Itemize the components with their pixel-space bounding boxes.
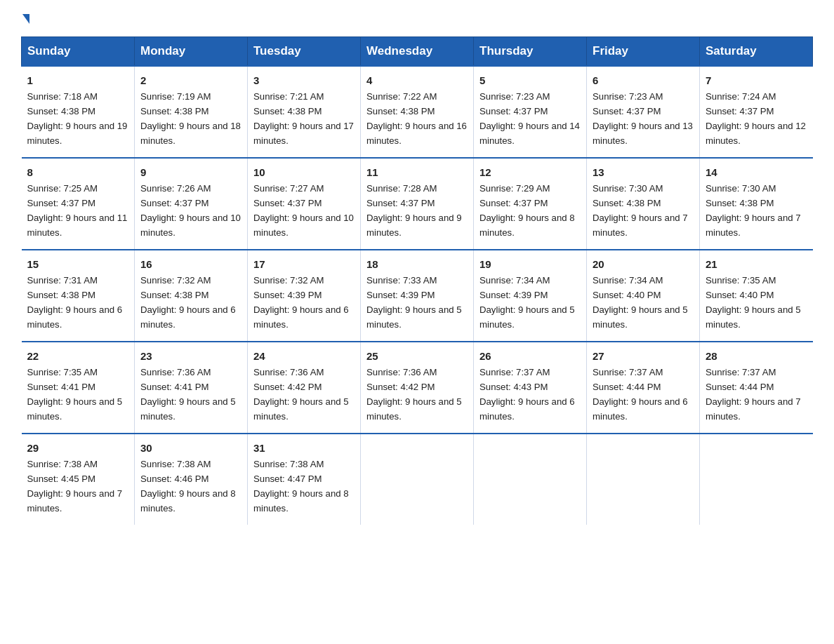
day-info: Sunrise: 7:31 AMSunset: 4:38 PMDaylight:… (27, 275, 123, 330)
day-info: Sunrise: 7:19 AMSunset: 4:38 PMDaylight:… (140, 91, 241, 146)
page-header (21, 14, 813, 24)
day-info: Sunrise: 7:37 AMSunset: 4:44 PMDaylight:… (706, 367, 801, 422)
calendar-body: 1Sunrise: 7:18 AMSunset: 4:38 PMDaylight… (22, 66, 813, 525)
day-info: Sunrise: 7:23 AMSunset: 4:37 PMDaylight:… (479, 91, 580, 146)
calendar-cell: 16Sunrise: 7:32 AMSunset: 4:38 PMDayligh… (135, 250, 248, 342)
day-number: 1 (27, 72, 129, 88)
week-row-5: 29Sunrise: 7:38 AMSunset: 4:45 PMDayligh… (22, 434, 813, 525)
day-number: 17 (253, 256, 355, 272)
day-info: Sunrise: 7:34 AMSunset: 4:39 PMDaylight:… (479, 275, 575, 330)
calendar-header: SundayMondayTuesdayWednesdayThursdayFrid… (22, 37, 813, 67)
calendar-cell: 11Sunrise: 7:28 AMSunset: 4:37 PMDayligh… (361, 158, 474, 250)
day-info: Sunrise: 7:37 AMSunset: 4:43 PMDaylight:… (479, 367, 575, 422)
calendar-cell (361, 434, 474, 525)
day-number: 9 (140, 164, 241, 180)
calendar-cell: 17Sunrise: 7:32 AMSunset: 4:39 PMDayligh… (248, 250, 361, 342)
calendar-cell (474, 434, 587, 525)
calendar-cell: 18Sunrise: 7:33 AMSunset: 4:39 PMDayligh… (361, 250, 474, 342)
day-number: 2 (140, 72, 241, 88)
day-info: Sunrise: 7:30 AMSunset: 4:38 PMDaylight:… (706, 183, 801, 238)
day-info: Sunrise: 7:36 AMSunset: 4:42 PMDaylight:… (366, 367, 462, 422)
calendar-cell: 8Sunrise: 7:25 AMSunset: 4:37 PMDaylight… (22, 158, 135, 250)
day-info: Sunrise: 7:24 AMSunset: 4:37 PMDaylight:… (706, 91, 806, 146)
day-info: Sunrise: 7:36 AMSunset: 4:41 PMDaylight:… (140, 367, 236, 422)
day-info: Sunrise: 7:32 AMSunset: 4:39 PMDaylight:… (253, 275, 349, 330)
day-number: 11 (366, 164, 468, 180)
day-info: Sunrise: 7:27 AMSunset: 4:37 PMDaylight:… (253, 183, 354, 238)
day-number: 6 (593, 72, 694, 88)
header-wednesday: Wednesday (361, 37, 474, 67)
day-number: 3 (253, 72, 355, 88)
calendar-cell: 21Sunrise: 7:35 AMSunset: 4:40 PMDayligh… (700, 250, 813, 342)
day-number: 15 (27, 256, 129, 272)
calendar-cell: 26Sunrise: 7:37 AMSunset: 4:43 PMDayligh… (474, 342, 587, 434)
day-info: Sunrise: 7:37 AMSunset: 4:44 PMDaylight:… (593, 367, 688, 422)
header-sunday: Sunday (22, 37, 135, 67)
calendar-cell: 30Sunrise: 7:38 AMSunset: 4:46 PMDayligh… (135, 434, 248, 525)
day-info: Sunrise: 7:25 AMSunset: 4:37 PMDaylight:… (27, 183, 128, 238)
week-row-1: 1Sunrise: 7:18 AMSunset: 4:38 PMDaylight… (22, 66, 813, 158)
calendar-cell: 27Sunrise: 7:37 AMSunset: 4:44 PMDayligh… (587, 342, 700, 434)
week-row-3: 15Sunrise: 7:31 AMSunset: 4:38 PMDayligh… (22, 250, 813, 342)
day-info: Sunrise: 7:32 AMSunset: 4:38 PMDaylight:… (140, 275, 236, 330)
day-number: 10 (253, 164, 355, 180)
calendar-cell: 13Sunrise: 7:30 AMSunset: 4:38 PMDayligh… (587, 158, 700, 250)
calendar-cell: 9Sunrise: 7:26 AMSunset: 4:37 PMDaylight… (135, 158, 248, 250)
header-saturday: Saturday (700, 37, 813, 67)
calendar-table: SundayMondayTuesdayWednesdayThursdayFrid… (21, 36, 813, 525)
day-number: 22 (27, 348, 129, 364)
calendar-cell: 10Sunrise: 7:27 AMSunset: 4:37 PMDayligh… (248, 158, 361, 250)
day-number: 20 (593, 256, 694, 272)
header-friday: Friday (587, 37, 700, 67)
day-number: 5 (479, 72, 581, 88)
day-number: 18 (366, 256, 468, 272)
calendar-cell: 29Sunrise: 7:38 AMSunset: 4:45 PMDayligh… (22, 434, 135, 525)
day-number: 31 (253, 440, 355, 456)
header-row: SundayMondayTuesdayWednesdayThursdayFrid… (22, 37, 813, 67)
day-info: Sunrise: 7:18 AMSunset: 4:38 PMDaylight:… (27, 91, 128, 146)
logo-triangle-icon (22, 14, 29, 24)
day-number: 12 (479, 164, 581, 180)
day-info: Sunrise: 7:28 AMSunset: 4:37 PMDaylight:… (366, 183, 462, 238)
day-number: 16 (140, 256, 241, 272)
day-number: 7 (706, 72, 807, 88)
week-row-4: 22Sunrise: 7:35 AMSunset: 4:41 PMDayligh… (22, 342, 813, 434)
calendar-cell: 5Sunrise: 7:23 AMSunset: 4:37 PMDaylight… (474, 66, 587, 158)
day-number: 19 (479, 256, 581, 272)
calendar-cell: 14Sunrise: 7:30 AMSunset: 4:38 PMDayligh… (700, 158, 813, 250)
day-info: Sunrise: 7:33 AMSunset: 4:39 PMDaylight:… (366, 275, 462, 330)
calendar-cell (700, 434, 813, 525)
day-number: 13 (593, 164, 694, 180)
day-number: 25 (366, 348, 468, 364)
calendar-cell: 3Sunrise: 7:21 AMSunset: 4:38 PMDaylight… (248, 66, 361, 158)
calendar-cell: 6Sunrise: 7:23 AMSunset: 4:37 PMDaylight… (587, 66, 700, 158)
logo (21, 14, 29, 24)
calendar-cell: 23Sunrise: 7:36 AMSunset: 4:41 PMDayligh… (135, 342, 248, 434)
calendar-cell: 1Sunrise: 7:18 AMSunset: 4:38 PMDaylight… (22, 66, 135, 158)
day-info: Sunrise: 7:22 AMSunset: 4:38 PMDaylight:… (366, 91, 467, 146)
calendar-cell: 4Sunrise: 7:22 AMSunset: 4:38 PMDaylight… (361, 66, 474, 158)
day-info: Sunrise: 7:26 AMSunset: 4:37 PMDaylight:… (140, 183, 241, 238)
calendar-cell: 20Sunrise: 7:34 AMSunset: 4:40 PMDayligh… (587, 250, 700, 342)
day-number: 21 (706, 256, 807, 272)
day-number: 27 (593, 348, 694, 364)
calendar-cell: 2Sunrise: 7:19 AMSunset: 4:38 PMDaylight… (135, 66, 248, 158)
day-info: Sunrise: 7:23 AMSunset: 4:37 PMDaylight:… (593, 91, 693, 146)
header-tuesday: Tuesday (248, 37, 361, 67)
calendar-cell (587, 434, 700, 525)
calendar-cell: 24Sunrise: 7:36 AMSunset: 4:42 PMDayligh… (248, 342, 361, 434)
day-number: 26 (479, 348, 581, 364)
calendar-cell: 7Sunrise: 7:24 AMSunset: 4:37 PMDaylight… (700, 66, 813, 158)
day-info: Sunrise: 7:21 AMSunset: 4:38 PMDaylight:… (253, 91, 354, 146)
calendar-cell: 22Sunrise: 7:35 AMSunset: 4:41 PMDayligh… (22, 342, 135, 434)
calendar-cell: 25Sunrise: 7:36 AMSunset: 4:42 PMDayligh… (361, 342, 474, 434)
calendar-cell: 19Sunrise: 7:34 AMSunset: 4:39 PMDayligh… (474, 250, 587, 342)
day-number: 4 (366, 72, 468, 88)
day-info: Sunrise: 7:35 AMSunset: 4:41 PMDaylight:… (27, 367, 123, 422)
day-info: Sunrise: 7:30 AMSunset: 4:38 PMDaylight:… (593, 183, 688, 238)
day-number: 8 (27, 164, 129, 180)
day-info: Sunrise: 7:34 AMSunset: 4:40 PMDaylight:… (593, 275, 688, 330)
calendar-cell: 15Sunrise: 7:31 AMSunset: 4:38 PMDayligh… (22, 250, 135, 342)
day-number: 23 (140, 348, 241, 364)
week-row-2: 8Sunrise: 7:25 AMSunset: 4:37 PMDaylight… (22, 158, 813, 250)
